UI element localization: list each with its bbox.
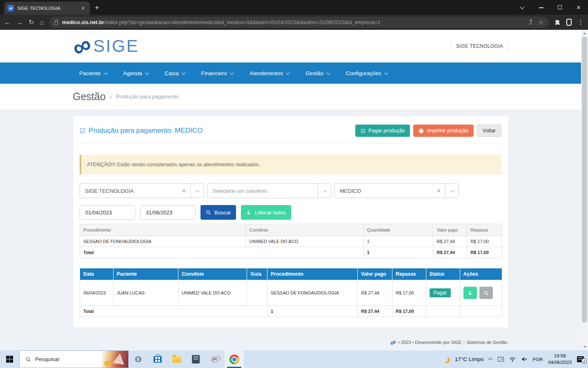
page-scrollbar[interactable] [581, 30, 588, 350]
clock-time: 19:58 [548, 353, 572, 359]
window-minimize-button[interactable] [532, 4, 550, 11]
weather-text[interactable]: 17°C Limpo [455, 356, 484, 362]
tab-close-icon[interactable]: ✕ [80, 5, 87, 12]
clock-date: 04/06/2023 [548, 359, 572, 366]
nav-item-agenda[interactable]: Agenda [123, 70, 148, 76]
window-close-button[interactable]: ✕ [569, 4, 588, 11]
taskbar-search-input[interactable]: Pesquisar [19, 350, 129, 368]
release-row-button[interactable] [463, 287, 477, 299]
print-production-button[interactable]: Imprimir produção [413, 125, 474, 137]
profile-icon[interactable] [566, 19, 572, 26]
volume-muted-icon[interactable] [521, 357, 528, 362]
production-panel: ☑ Produção para pagamento: MEDICO ☑ Paga… [73, 116, 508, 328]
scrollbar-down-icon[interactable] [581, 343, 588, 350]
url-text[interactable]: medico.sis.net.br/index.php?do=gestao&ac… [62, 20, 525, 25]
weather-moon-icon[interactable] [441, 356, 448, 363]
address-bar[interactable]: medico.sis.net.br/index.php?do=gestao&ac… [49, 17, 549, 28]
snipping-tool-button[interactable]: ✂ [205, 350, 225, 368]
browser-url-bar: ← → ↻ ⌂ medico.sis.net.br/index.php?do=g… [0, 15, 588, 30]
back-icon[interactable]: ← [4, 19, 11, 26]
detail-total-row: Total 1 R$ 27,44 R$ 17,00 [80, 306, 502, 317]
calculator-button[interactable] [186, 350, 205, 368]
detail-header-row: Data Paciente Convênio Guia Procedimento… [80, 268, 502, 280]
select-dropdown-icon[interactable] [190, 184, 203, 198]
notification-center-icon[interactable]: 2 [577, 356, 584, 362]
home-icon[interactable]: ⌂ [40, 19, 44, 26]
view-row-button[interactable] [479, 287, 493, 299]
bookmark-star-icon[interactable]: ☆ [538, 18, 544, 26]
release-all-button[interactable]: Liberar todos [241, 205, 291, 220]
back-button[interactable]: Voltar [477, 125, 501, 137]
nav-item-caixa[interactable]: Caixa [165, 70, 185, 76]
company-select[interactable]: SIGE TECNOLOGIA ✕ [80, 183, 204, 198]
search-placeholder: Pesquisar [35, 356, 102, 362]
search-button[interactable]: Buscar [200, 205, 236, 220]
wifi-icon[interactable] [509, 357, 516, 362]
nav-item-gestao[interactable]: Gestão [305, 70, 329, 76]
printer-icon [419, 128, 424, 134]
browser-menu-icon[interactable]: ⋮ [577, 18, 584, 26]
divider [508, 42, 508, 51]
chrome-icon [229, 355, 239, 364]
scrollbar-up-icon[interactable] [581, 30, 588, 37]
checkbox-icon: ☑ [80, 127, 85, 135]
task-view-button[interactable] [129, 350, 148, 368]
site-header: ∞ SIGE SIGE TECNOLOGIA [0, 30, 581, 62]
share-icon[interactable]: ⤴ [529, 19, 532, 26]
status-badge[interactable]: Pagar [430, 288, 451, 297]
main-navigation: Paciente Agenda Caixa Financeiro Atendim… [0, 62, 581, 84]
sige-logo-text: SIGE [93, 36, 139, 56]
summary-total-row: Total 1 R$ 27,44 R$ 17,00 [80, 247, 502, 258]
windows-taskbar: Pesquisar ✂ 17°C Limpo ✕ POR 19:58 [0, 350, 588, 368]
professional-select[interactable]: MEDICO ✕ [334, 183, 459, 198]
unlock-icon [246, 210, 252, 215]
microsoft-store-button[interactable] [148, 350, 167, 368]
convenio-select[interactable]: Selecione um convênio [207, 183, 331, 198]
file-explorer-button[interactable] [167, 350, 186, 368]
url-domain: medico.sis.net.br [62, 20, 104, 25]
windows-logo-icon [6, 356, 13, 363]
select-dropdown-icon[interactable] [445, 184, 458, 198]
nav-item-financeiro[interactable]: Financeiro [201, 70, 233, 76]
start-button[interactable] [0, 350, 19, 368]
clear-selection-icon[interactable]: ✕ [432, 188, 445, 194]
summary-header-row: Procedimento Convênio Quantidade Valor p… [80, 224, 502, 236]
taskbar-clock[interactable]: 19:58 04/06/2023 [548, 353, 572, 366]
select-dropdown-icon[interactable] [318, 184, 331, 198]
account-name[interactable]: SIGE TECNOLOGIA [456, 43, 503, 49]
detail-row: 06/04/2023 JUAN LUCAS UNIMED VALE DO ACO… [80, 280, 502, 306]
reload-icon[interactable]: ↻ [29, 18, 34, 26]
chevron-down-icon [286, 71, 290, 75]
task-view-icon [135, 356, 142, 362]
extensions-puzzle-icon[interactable] [555, 19, 561, 25]
search-promo-image[interactable] [102, 351, 128, 368]
chrome-button[interactable] [225, 350, 244, 368]
tab-title: SIGE TECNOLOGIA [17, 6, 76, 11]
divider [451, 42, 451, 51]
browser-tab[interactable]: ∞ SIGE TECNOLOGIA ✕ [4, 2, 90, 15]
pay-production-button[interactable]: ☑ Pagar produção [355, 125, 410, 137]
date-start-input[interactable] [80, 205, 135, 220]
forward-icon[interactable]: → [16, 19, 23, 26]
page-viewport: ∞ SIGE SIGE TECNOLOGIA Paciente Agenda C… [0, 30, 588, 350]
url-path: /index.php?do=gestao&acao=atendimentomed… [104, 20, 381, 25]
notification-badge: 2 [581, 358, 587, 364]
window-restore-button[interactable] [550, 4, 569, 11]
breadcrumb-page: Produção para pagamento [116, 94, 179, 100]
new-tab-button[interactable]: + [95, 4, 99, 15]
date-end-input[interactable] [140, 205, 196, 220]
chevron-down-icon [182, 71, 186, 75]
language-indicator[interactable]: POR [533, 357, 543, 362]
nav-item-atendimentos[interactable]: Atendimentos [249, 70, 289, 76]
nav-item-paciente[interactable]: Paciente [79, 70, 107, 76]
search-icon [206, 210, 211, 215]
touch-keyboard-icon[interactable]: ✕ [498, 357, 504, 361]
window-menu-icon[interactable] [513, 4, 532, 11]
clear-selection-icon[interactable]: ✕ [178, 188, 190, 194]
sige-logo[interactable]: ∞ SIGE [73, 36, 139, 56]
scrollbar-thumb[interactable] [582, 37, 587, 323]
hidden-icons-chevron[interactable] [488, 357, 492, 362]
calculator-icon [192, 355, 200, 364]
breadcrumb-separator: › [110, 93, 112, 100]
nav-item-configuracoes[interactable]: Configurações [346, 70, 387, 76]
